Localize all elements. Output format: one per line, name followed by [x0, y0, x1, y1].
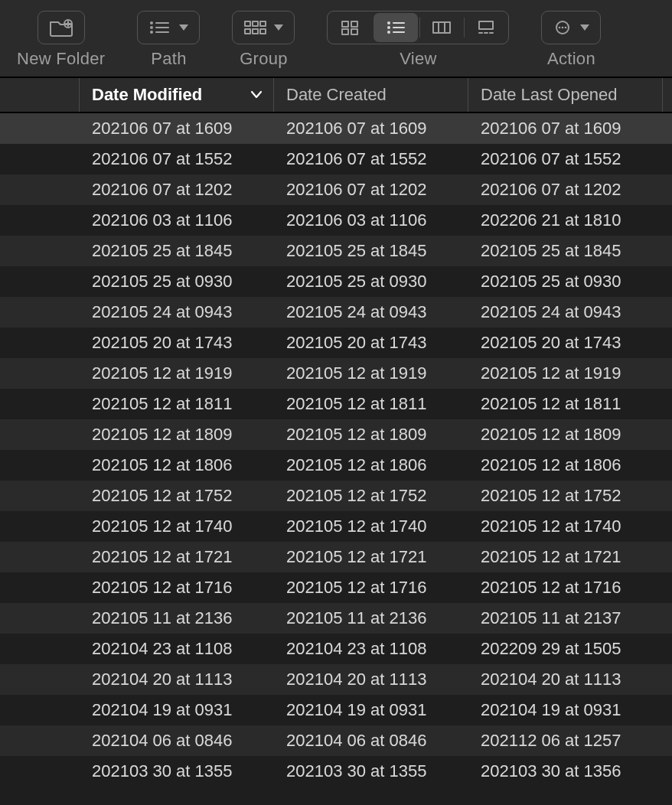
table-row[interactable]: 202104 19 at 0931202104 19 at 0931202104… — [0, 695, 672, 725]
cell-created: 202105 25 at 0930 — [286, 272, 481, 292]
table-row[interactable]: 202106 07 at 1202202106 07 at 1202202106… — [0, 174, 672, 205]
cell-created: 202104 20 at 1113 — [286, 670, 481, 689]
svg-rect-4 — [245, 21, 250, 26]
cell-created: 202105 24 at 0943 — [286, 302, 481, 322]
column-header-date-modified[interactable]: Date Modified — [80, 78, 274, 112]
cell-created: 202105 12 at 1919 — [286, 363, 481, 383]
cell-created: 202106 07 at 1609 — [286, 119, 481, 139]
svg-point-20 — [559, 27, 561, 29]
column-view-icon — [432, 20, 452, 35]
svg-rect-10 — [342, 21, 348, 27]
action-button[interactable] — [541, 11, 601, 44]
cell-created: 202105 12 at 1740 — [286, 517, 481, 536]
action-label: Action — [547, 49, 595, 69]
svg-rect-18 — [479, 21, 493, 29]
table-row[interactable]: 202104 06 at 0846202104 06 at 0846202112… — [0, 725, 672, 756]
cell-modified: 202105 12 at 1811 — [92, 394, 286, 414]
cell-modified: 202104 23 at 1108 — [92, 639, 286, 659]
table-row[interactable]: 202105 24 at 0943202105 24 at 0943202105… — [0, 297, 672, 328]
table-row[interactable]: 202105 25 at 1845202105 25 at 1845202105… — [0, 236, 672, 266]
cell-created: 202105 12 at 1752 — [286, 486, 481, 506]
cell-created: 202106 03 at 1106 — [286, 210, 481, 230]
table-row[interactable]: 202104 23 at 1108202104 23 at 1108202209… — [0, 634, 672, 664]
cell-opened: 202106 07 at 1552 — [481, 149, 672, 169]
cell-created: 202105 25 at 1845 — [286, 241, 481, 261]
cell-modified: 202106 07 at 1609 — [92, 119, 286, 139]
column-header-date-last-opened[interactable]: Date Last Opened — [468, 78, 663, 112]
cell-opened: 202105 12 at 1809 — [481, 425, 672, 445]
path-label: Path — [151, 49, 186, 69]
svg-rect-11 — [351, 21, 357, 27]
new-folder-icon — [49, 18, 73, 37]
table-row[interactable]: 202105 12 at 1809202105 12 at 1809202105… — [0, 419, 672, 450]
cell-modified: 202105 11 at 2136 — [92, 608, 286, 628]
cell-created: 202105 20 at 1743 — [286, 333, 481, 353]
cell-opened: 202112 06 at 1257 — [481, 731, 672, 751]
cell-created: 202105 11 at 2136 — [286, 608, 481, 628]
cell-modified: 202105 24 at 0943 — [92, 302, 286, 322]
path-button[interactable] — [137, 11, 200, 44]
column-header-date-created[interactable]: Date Created — [274, 78, 468, 112]
table-row[interactable]: 202105 12 at 1721202105 12 at 1721202105… — [0, 542, 672, 572]
chevron-down-icon — [274, 24, 283, 31]
cell-created: 202105 12 at 1809 — [286, 425, 481, 445]
toolbar-group-view: View — [327, 11, 509, 69]
table-row[interactable]: 202105 20 at 1743202105 20 at 1743202105… — [0, 328, 672, 358]
svg-point-14 — [387, 21, 390, 24]
svg-rect-13 — [351, 29, 357, 34]
view-icon-button[interactable] — [328, 11, 372, 44]
column-header-row: Date Modified Date Created Date Last Ope… — [0, 78, 672, 113]
svg-rect-5 — [253, 21, 258, 26]
table-row[interactable]: 202106 07 at 1552202106 07 at 1552202106… — [0, 144, 672, 174]
cell-created: 202105 12 at 1806 — [286, 455, 481, 475]
view-column-button[interactable] — [419, 11, 464, 44]
new-folder-label: New Folder — [17, 49, 105, 69]
cell-modified: 202105 20 at 1743 — [92, 333, 286, 353]
icon-view-icon — [341, 20, 359, 35]
cell-created: 202106 07 at 1552 — [286, 149, 481, 169]
cell-opened: 202105 20 at 1743 — [481, 333, 672, 353]
cell-created: 202105 12 at 1811 — [286, 394, 481, 414]
cell-modified: 202105 12 at 1740 — [92, 517, 286, 536]
svg-point-1 — [150, 21, 153, 24]
table-row[interactable]: 202105 12 at 1806202105 12 at 1806202105… — [0, 450, 672, 481]
svg-rect-17 — [433, 22, 450, 33]
cell-opened: 202105 12 at 1806 — [481, 455, 672, 475]
table-row[interactable]: 202106 03 at 1106202106 03 at 1106202206… — [0, 205, 672, 236]
action-ellipsis-icon — [553, 20, 573, 35]
cell-created: 202106 07 at 1202 — [286, 180, 481, 200]
new-folder-button[interactable] — [38, 11, 85, 44]
chevron-down-icon — [580, 24, 589, 31]
table-row[interactable]: 202104 20 at 1113202104 20 at 1113202104… — [0, 664, 672, 695]
table-row[interactable]: 202105 12 at 1752202105 12 at 1752202105… — [0, 481, 672, 511]
table-row[interactable]: 202105 12 at 1716202105 12 at 1716202105… — [0, 572, 672, 603]
table-row[interactable]: 202105 25 at 0930202105 25 at 0930202105… — [0, 266, 672, 297]
cell-modified: 202106 03 at 1106 — [92, 210, 286, 230]
cell-modified: 202106 07 at 1552 — [92, 149, 286, 169]
cell-modified: 202105 25 at 0930 — [92, 272, 286, 292]
svg-point-3 — [150, 31, 153, 34]
table-row[interactable]: 202105 12 at 1740202105 12 at 1740202105… — [0, 511, 672, 542]
cell-opened: 202105 12 at 1752 — [481, 486, 672, 506]
svg-point-2 — [150, 26, 153, 29]
view-gallery-button[interactable] — [464, 11, 508, 44]
file-list[interactable]: 202106 07 at 1609202106 07 at 1609202106… — [0, 113, 672, 787]
table-row[interactable]: 202106 07 at 1609202106 07 at 1609202106… — [0, 113, 672, 144]
cell-modified: 202104 20 at 1113 — [92, 670, 286, 689]
cell-opened: 202105 12 at 1721 — [481, 547, 672, 567]
list-view-icon — [386, 20, 406, 35]
table-row[interactable]: 202103 30 at 1355202103 30 at 1355202103… — [0, 756, 672, 787]
cell-modified: 202106 07 at 1202 — [92, 180, 286, 200]
table-row[interactable]: 202105 11 at 2136202105 11 at 2136202105… — [0, 603, 672, 634]
chevron-down-icon — [179, 24, 188, 31]
view-list-button[interactable] — [374, 13, 418, 42]
sort-chevron-down-icon — [250, 90, 263, 99]
svg-rect-12 — [342, 29, 348, 34]
group-button[interactable] — [232, 11, 295, 44]
svg-rect-6 — [260, 21, 266, 26]
table-row[interactable]: 202105 12 at 1919202105 12 at 1919202105… — [0, 358, 672, 389]
path-list-icon — [148, 20, 171, 35]
table-row[interactable]: 202105 12 at 1811202105 12 at 1811202105… — [0, 389, 672, 419]
cell-opened: 202206 21 at 1810 — [481, 210, 672, 230]
toolbar-group-new-folder: New Folder — [17, 11, 105, 69]
